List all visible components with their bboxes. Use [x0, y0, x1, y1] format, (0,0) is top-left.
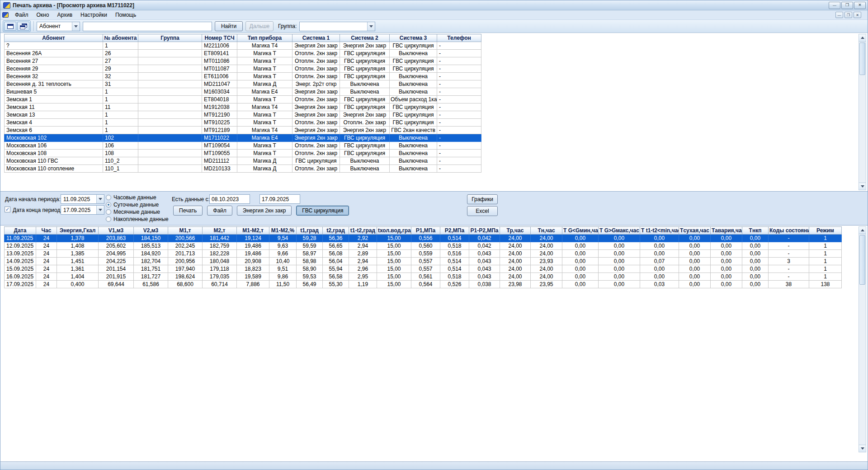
cascade-windows-button[interactable]	[17, 22, 29, 31]
column-header[interactable]: Тр,час	[500, 227, 531, 235]
table-row[interactable]: 17.09.2025240,40069,64461,58668,60060,71…	[5, 281, 842, 288]
column-header[interactable]: № абонента	[103, 34, 138, 42]
column-header[interactable]: M2,т	[203, 227, 237, 235]
column-header[interactable]: Коды состояния	[769, 227, 809, 235]
table-row[interactable]: Земская 61MT912189Магика Т4Энергия 2кн з…	[5, 127, 481, 134]
column-header[interactable]: T G>Gмакс,час	[599, 227, 640, 235]
column-header[interactable]: t1-t2,град	[349, 227, 377, 235]
table-row[interactable]: Весенняя 3232ET611006Магика ТОтоплн. 2кн…	[5, 73, 481, 80]
chevron-down-icon[interactable]	[72, 22, 80, 31]
table-row[interactable]: Московская 110 ГВС110_2MD211112Магика ДГ…	[5, 157, 481, 165]
column-header[interactable]: Энергия,Гкал	[57, 227, 99, 235]
data-to-field[interactable]: 17.09.2025	[259, 194, 300, 204]
child-minimize-icon[interactable]	[835, 12, 843, 18]
scroll-down-icon[interactable]	[859, 445, 866, 452]
column-header[interactable]: Режим	[809, 227, 842, 235]
end-date-checkbox[interactable]: ✓	[5, 207, 10, 212]
close-icon[interactable]	[854, 2, 866, 9]
column-header[interactable]: M1-M2,т	[237, 227, 269, 235]
child-restore-icon[interactable]	[844, 12, 852, 18]
column-header[interactable]: tхол.вод,град	[377, 227, 411, 235]
radio-icon[interactable]	[106, 195, 111, 200]
child-window-icon[interactable]	[2, 12, 9, 18]
child-close-icon[interactable]	[854, 12, 861, 18]
print-button[interactable]: Печать	[173, 206, 203, 216]
radio-icon[interactable]	[106, 209, 111, 215]
table-row[interactable]: Земская 131MT912190Магика ТЭнергия 2кн з…	[5, 111, 481, 119]
table-row[interactable]: 13.09.2025241,385204,995184,920201,71318…	[5, 250, 842, 258]
group-selector[interactable]	[299, 22, 375, 31]
column-header[interactable]: t1,град	[297, 227, 323, 235]
column-header[interactable]: Группа	[138, 34, 202, 42]
maximize-icon[interactable]	[841, 2, 853, 9]
column-header[interactable]: Тн,час	[531, 227, 562, 235]
table-row[interactable]: 12.09.2025241,408205,602185,513202,24518…	[5, 242, 842, 250]
column-header[interactable]: Номер ТСЧ	[202, 34, 237, 42]
column-header[interactable]: M1,т	[168, 227, 203, 235]
excel-button[interactable]: Excel	[467, 206, 498, 216]
table-row[interactable]: 16.09.2025241,404201,915181,727198,62417…	[5, 273, 842, 281]
find-button[interactable]: Найти	[215, 21, 243, 31]
search-input[interactable]	[83, 22, 212, 31]
system2-button[interactable]: ГВС циркуляция	[296, 206, 349, 216]
column-header[interactable]: Час	[36, 227, 57, 235]
table-row[interactable]: Земская 1111M1912038Магика Т4Энергия 2кн…	[5, 103, 481, 111]
column-header[interactable]: Tсухая,час	[679, 227, 711, 235]
scroll-up-icon[interactable]	[859, 227, 866, 234]
table-row[interactable]: ?1M2211006Магика Т4Энергия 2кн закрЭнерг…	[5, 42, 481, 50]
column-header[interactable]: P2,МПа	[440, 227, 469, 235]
table-row[interactable]: 11.09.2025241,378203,863184,150200,56618…	[5, 235, 842, 242]
column-header[interactable]: T t1-t2<min,час	[640, 227, 679, 235]
minimize-icon[interactable]	[829, 2, 840, 9]
chevron-down-icon[interactable]	[367, 22, 375, 31]
column-header[interactable]: Телефон	[437, 34, 481, 42]
scrollbar-thumb[interactable]	[859, 235, 865, 285]
table-row[interactable]: Весенняя д. 31 теплосеть31MD211047Магика…	[5, 80, 481, 88]
radio-option-monthly[interactable]: Месячные данные	[106, 208, 169, 216]
table-row[interactable]: Московская 106106MT109054Магика ТОтоплн.…	[5, 142, 481, 150]
table-row[interactable]: 14.09.2025241,451204,225182,704200,95618…	[5, 258, 842, 265]
radio-option-daily[interactable]: Суточные данные	[106, 201, 169, 208]
table-row[interactable]: Весенняя 26А26ET809141Магика ТОтоплн. 2к…	[5, 50, 481, 57]
table-row[interactable]: Московская 108108MT109055Магика ТОтоплн.…	[5, 150, 481, 157]
column-header[interactable]: Tавария,час	[711, 227, 742, 235]
chevron-down-icon[interactable]	[96, 206, 104, 214]
column-header[interactable]: V1,м3	[99, 227, 134, 235]
column-header[interactable]: Абонент	[5, 34, 103, 42]
radio-icon[interactable]	[106, 216, 111, 222]
menu-item-help[interactable]: Помощь	[111, 11, 140, 19]
menu-item-window[interactable]: Окно	[33, 11, 53, 19]
column-header[interactable]: P1-P2,МПа	[469, 227, 500, 235]
subscribers-scrollbar[interactable]	[859, 34, 866, 190]
column-header[interactable]: M1-M2,%	[269, 227, 297, 235]
radio-option-accumulated[interactable]: Накопленные данные	[106, 216, 169, 223]
scroll-down-icon[interactable]	[859, 183, 866, 190]
archive-scrollbar[interactable]	[859, 226, 866, 452]
column-header[interactable]: Система 3	[390, 34, 437, 42]
table-row[interactable]: Земская 41MT910225Магика ТОтоплн. 2кн за…	[5, 119, 481, 127]
data-from-field[interactable]: 08.10.2023	[209, 194, 250, 204]
radio-icon[interactable]	[106, 202, 111, 207]
tile-windows-button[interactable]	[4, 22, 16, 31]
scrollbar-thumb[interactable]	[859, 42, 865, 75]
column-header[interactable]: t2,град	[323, 227, 349, 235]
scroll-up-icon[interactable]	[859, 34, 866, 42]
column-header[interactable]: Дата	[5, 227, 36, 235]
table-row[interactable]: Вишневая 51M1603034Магика Е4Энергия 2кн …	[5, 88, 481, 96]
file-button[interactable]: Файл	[207, 206, 232, 216]
end-date-select[interactable]: 17.09.2025	[61, 205, 104, 215]
column-header[interactable]: Тнкп	[742, 227, 769, 235]
search-field-selector[interactable]: Абонент	[37, 22, 80, 31]
table-row[interactable]: Московская 102102M1711022Магика Е4Энерги…	[5, 134, 481, 142]
system1-button[interactable]: Энергия 2кн закр	[237, 206, 292, 216]
charts-button[interactable]: Графики	[467, 194, 498, 204]
menu-item-archive[interactable]: Архив	[53, 11, 76, 19]
column-header[interactable]: Тип прибора	[237, 34, 292, 42]
column-header[interactable]: T G<Gмин,час	[562, 227, 599, 235]
chevron-down-icon[interactable]	[96, 195, 104, 203]
column-header[interactable]: P1,МПа	[411, 227, 440, 235]
column-header[interactable]: V2,м3	[134, 227, 168, 235]
start-date-select[interactable]: 11.09.2025	[61, 194, 104, 204]
column-header[interactable]: Система 1	[292, 34, 340, 42]
menu-item-file[interactable]: Файл	[11, 11, 33, 19]
